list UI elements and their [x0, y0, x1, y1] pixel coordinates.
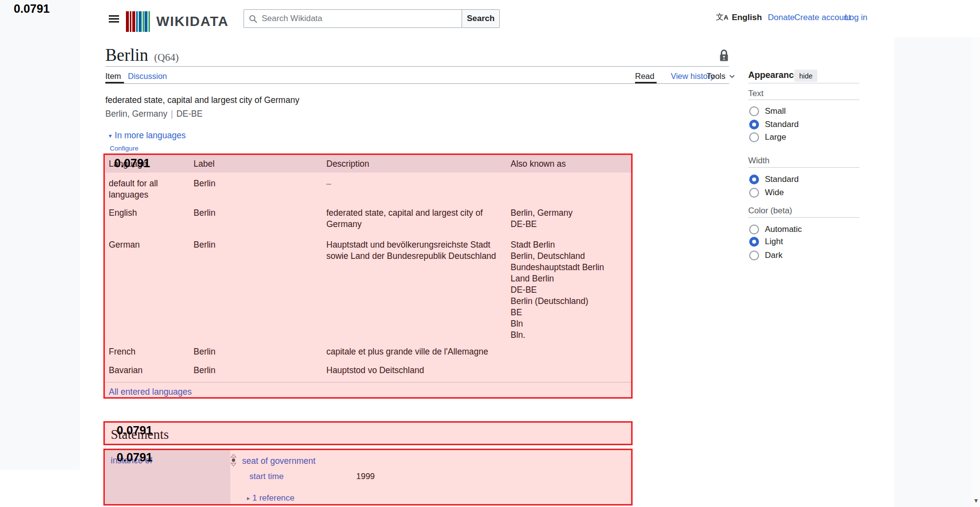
- terms-table-footer: All entered languages: [105, 382, 631, 399]
- radio-option-color-automatic[interactable]: Automatic: [749, 224, 802, 235]
- in-more-languages-toggle[interactable]: ▾ In more languages: [109, 130, 186, 141]
- alias-item: Land Berlin: [511, 273, 626, 284]
- language-selector-label: English: [732, 13, 761, 23]
- scrollbar-down-arrow-icon[interactable]: ▼: [973, 497, 979, 504]
- radio-icon-selected[interactable]: [749, 237, 759, 247]
- cell-aliases: Berlin, Germany DE-BE: [507, 207, 631, 234]
- cell-label: Berlin: [190, 207, 323, 234]
- donate-link[interactable]: Donate: [768, 13, 795, 23]
- radio-option-color-light[interactable]: Light: [749, 236, 783, 248]
- radio-option-text-small[interactable]: Small: [749, 105, 786, 117]
- radio-icon[interactable]: [749, 106, 759, 116]
- search-button[interactable]: Search: [462, 9, 500, 28]
- cell-aliases: [507, 346, 631, 359]
- cell-language: French: [105, 346, 190, 359]
- all-entered-languages-link[interactable]: All entered languages: [109, 387, 192, 397]
- radio-option-width-standard[interactable]: Standard: [749, 174, 799, 185]
- appearance-divider: [748, 217, 859, 218]
- logo-wordmark: WIKIDATA: [156, 14, 229, 29]
- table-row: English Berlin federated state, capital …: [105, 202, 631, 234]
- radio-icon[interactable]: [749, 132, 759, 142]
- cell-description: –: [323, 178, 507, 202]
- radio-icon[interactable]: [749, 225, 759, 234]
- cell-label: Berlin: [190, 346, 323, 359]
- cell-language: Bavarian: [105, 365, 190, 382]
- language-icon: 文A: [716, 12, 728, 23]
- tab-divider: [105, 83, 729, 84]
- alias-item: Berlin (Deutschland): [511, 296, 626, 307]
- tab-read[interactable]: Read: [635, 72, 654, 81]
- cell-description: federated state, capital and largest cit…: [323, 207, 507, 234]
- in-more-languages-label: In more languages: [115, 130, 186, 141]
- terms-table: Language Label Description Also known as…: [105, 155, 631, 399]
- table-row: French Berlin capitale et plus grande vi…: [105, 341, 631, 359]
- alias-separator: |: [171, 109, 173, 119]
- title-divider: [105, 66, 729, 67]
- wikidata-logo[interactable]: WIKIDATA: [126, 11, 229, 32]
- rank-selector-icon: [230, 454, 237, 467]
- left-margin-panel: [0, 0, 80, 470]
- tab-discussion[interactable]: Discussion: [128, 72, 167, 81]
- create-account-link[interactable]: Create account: [794, 13, 851, 23]
- property-link-instance-of[interactable]: instance of: [111, 456, 152, 466]
- cell-label: Berlin: [190, 239, 323, 341]
- alias-item: Bln: [511, 318, 626, 330]
- alias-item: Stadt Berlin: [511, 239, 626, 251]
- appearance-title: Appearance: [748, 70, 799, 80]
- appearance-divider: [748, 100, 859, 100]
- alias-item: BE: [511, 307, 626, 318]
- lock-icon[interactable]: [718, 49, 730, 63]
- cell-language: English: [105, 207, 190, 234]
- cell-description: Hauptstod vo Deitschland: [323, 365, 507, 382]
- statement-value-link[interactable]: seat of government: [242, 456, 316, 466]
- page-title: Berlin(Q64): [105, 46, 179, 65]
- appearance-section-text: Text: [748, 89, 763, 99]
- entity-id: (Q64): [154, 51, 178, 63]
- search-icon: [249, 15, 257, 23]
- radio-icon-selected[interactable]: [749, 120, 759, 129]
- cell-label: Berlin: [190, 178, 323, 202]
- radio-icon[interactable]: [749, 188, 759, 198]
- qualifier-property-link[interactable]: start time: [249, 472, 284, 482]
- alias-item: Bln.: [511, 330, 626, 341]
- appearance-section-width: Width: [748, 156, 769, 166]
- table-row: default for all languages Berlin –: [105, 173, 631, 202]
- detection-overlay-statements-heading: [103, 421, 633, 445]
- table-row: Bavarian Berlin Hauptstod vo Deitschland: [105, 359, 631, 382]
- column-header-also-known-as: Also known as: [507, 155, 631, 173]
- chevron-down-icon: [729, 75, 735, 78]
- configure-link[interactable]: Configure: [110, 145, 139, 152]
- menu-icon[interactable]: [109, 15, 119, 23]
- search-input[interactable]: [262, 14, 462, 24]
- alias-item: Berlin, Deutschland: [511, 251, 626, 262]
- terms-table-header: Language Label Description Also known as: [105, 155, 631, 173]
- cell-aliases: [507, 178, 631, 202]
- qualifier-value: 1999: [356, 472, 375, 482]
- appearance-divider: [748, 83, 859, 83]
- radio-option-text-large[interactable]: Large: [749, 131, 786, 143]
- wikidata-page: ▼ WIKIDATA Search 文A English Donate Crea…: [0, 0, 980, 507]
- cell-description: Hauptstadt und bevölkerungsreichste Stad…: [323, 239, 507, 341]
- radio-option-width-wide[interactable]: Wide: [749, 187, 784, 199]
- right-margin-panel: [894, 37, 980, 507]
- column-header-label: Label: [190, 155, 323, 173]
- tab-tools[interactable]: Tools: [707, 72, 735, 81]
- scrollbar-track[interactable]: [972, 37, 980, 507]
- references-toggle[interactable]: ▸ 1 reference: [247, 493, 294, 503]
- tab-tools-label: Tools: [707, 72, 726, 81]
- appearance-section-color: Color (beta): [748, 206, 792, 216]
- radio-option-color-dark[interactable]: Dark: [749, 250, 783, 261]
- tab-item[interactable]: Item: [105, 72, 121, 81]
- radio-icon-selected[interactable]: [749, 175, 759, 184]
- search-bar[interactable]: [244, 9, 462, 28]
- column-header-description: Description: [323, 155, 507, 173]
- radio-option-text-standard[interactable]: Standard: [749, 119, 799, 130]
- appearance-divider: [748, 167, 859, 168]
- alias-item: DE-BE: [511, 219, 626, 230]
- cell-label: Berlin: [190, 365, 323, 382]
- log-in-link[interactable]: Log in: [845, 13, 867, 23]
- hide-appearance-button[interactable]: hide: [794, 70, 817, 82]
- radio-icon[interactable]: [749, 251, 759, 260]
- alias-primary: Berlin, Germany: [105, 109, 167, 119]
- language-selector[interactable]: 文A English: [716, 12, 762, 23]
